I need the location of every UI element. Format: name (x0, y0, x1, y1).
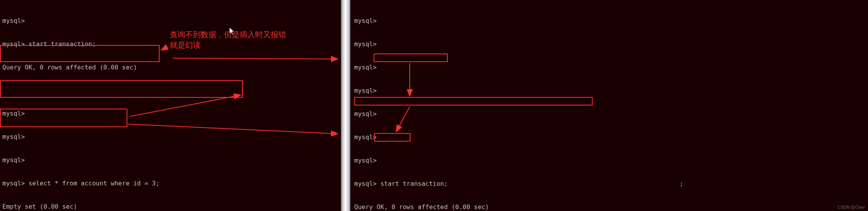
terminal-line: mysql> (354, 87, 866, 95)
pane-divider[interactable] (341, 0, 350, 211)
terminal-line: mysql> start transaction; ; (354, 180, 866, 188)
terminal-line: mysql> (354, 157, 866, 164)
terminal-line (2, 87, 339, 94)
terminal-line: mysql> (354, 40, 866, 48)
terminal-line: Query OK, 0 rows affected (0.00 sec) (2, 64, 339, 71)
terminal-line: Empty set (0.00 sec) (2, 203, 339, 211)
terminal-line: mysql> (2, 17, 339, 25)
annotation-text-2: 就是幻读 (170, 40, 201, 50)
terminal-line: Query OK, 0 rows affected (0.00 sec) (354, 203, 866, 211)
watermark-text: CSDN @Ciian (838, 205, 865, 209)
terminal-right-pane[interactable]: mysql> mysql> mysql> mysql> mysql> mysql… (350, 0, 868, 211)
terminal-line: mysql> (354, 64, 866, 71)
terminal-line: mysql> select * from account where id = … (2, 180, 339, 187)
terminal-line: mysql> (2, 110, 339, 118)
terminal-line: mysql> (2, 133, 339, 141)
terminal-line: mysql> (2, 156, 339, 164)
annotation-text-1: 查询不到数据，但是插入时又报错 (170, 29, 286, 40)
terminal-line: mysql> (354, 110, 866, 118)
terminal-line: mysql> (354, 133, 866, 141)
terminal-line: mysql> (354, 17, 866, 25)
